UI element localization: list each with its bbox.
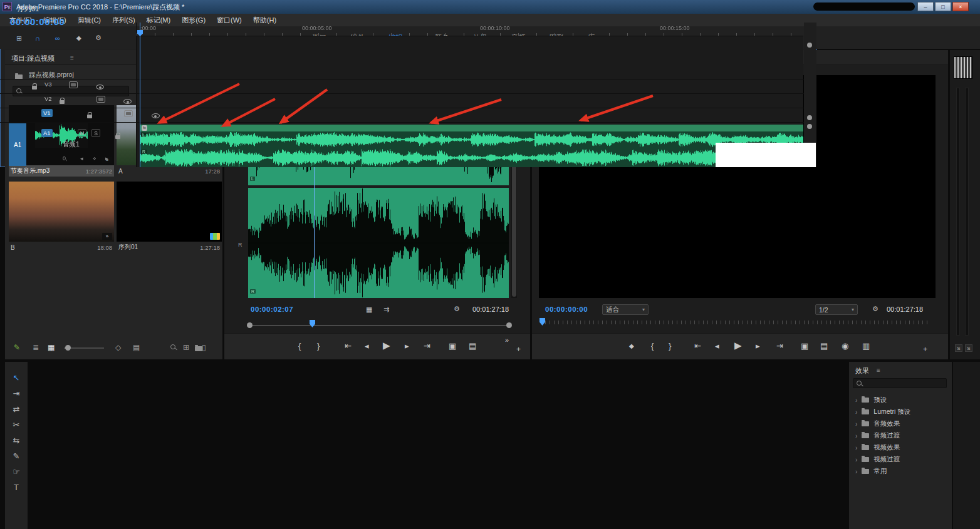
zoom-slider-handle[interactable] xyxy=(65,345,71,351)
program-mini-ruler[interactable] xyxy=(541,321,929,324)
mark-in-button[interactable]: { xyxy=(651,341,654,351)
scrub-right-handle[interactable] xyxy=(506,322,512,328)
project-file-name[interactable]: 踩点视频.prproj xyxy=(29,71,74,80)
effects-item-lumetri-presets[interactable]: › Lumetri 预设 xyxy=(849,406,952,418)
effects-item-audio-effects[interactable]: › 音频效果 xyxy=(849,418,952,429)
effects-item-video-transitions[interactable]: › 视频过渡 xyxy=(849,454,952,465)
timeline-playhead-line[interactable] xyxy=(140,23,140,167)
chevron-right-icon[interactable]: › xyxy=(855,421,857,428)
clip-waveform-right[interactable] xyxy=(140,148,803,167)
panel-menu-icon[interactable]: ≡ xyxy=(48,5,51,12)
chevron-right-icon[interactable]: › xyxy=(855,456,857,463)
goto-out-button[interactable]: ⇥ xyxy=(424,341,430,351)
effects-item-common[interactable]: › 常用 xyxy=(849,466,952,477)
solo-right-button[interactable]: S xyxy=(965,344,972,352)
clip-waveform-left[interactable] xyxy=(140,131,803,148)
source-scrub-bar[interactable] xyxy=(249,325,509,326)
add-marker-icon[interactable]: ◆ xyxy=(76,35,81,41)
linked-selection-icon[interactable]: ∞ xyxy=(55,35,60,42)
export-frame-button[interactable]: ◉ xyxy=(842,341,848,351)
project-tab[interactable]: 项目:踩点视频 xyxy=(11,54,55,63)
selection-tool[interactable]: ↖ xyxy=(5,373,28,383)
display-settings-icon[interactable]: ▦ xyxy=(366,306,372,313)
add-marker-button[interactable]: ◆ xyxy=(629,342,634,349)
tab-close-icon[interactable]: × xyxy=(8,4,11,11)
effects-search-input[interactable] xyxy=(853,378,947,388)
clip-fx-badge[interactable]: fx xyxy=(142,125,147,131)
pen-tool[interactable]: ✎ xyxy=(5,451,28,461)
step-forward-button[interactable]: ▸ xyxy=(756,341,760,351)
video-thumbnail-b[interactable]: » xyxy=(9,182,114,242)
lock-icon[interactable] xyxy=(32,86,37,90)
project-item-b[interactable]: » B 18:08 xyxy=(9,182,114,253)
keyframe-add-icon[interactable]: ⋄ xyxy=(93,155,96,162)
keyframe-prev-icon[interactable]: ◂ xyxy=(80,155,83,162)
goto-in-button[interactable]: ⇤ xyxy=(345,341,352,351)
track-v1-visibility-icon[interactable] xyxy=(152,113,160,118)
settings-wrench-icon[interactable]: ⚙ xyxy=(872,306,878,312)
lift-button[interactable]: ▣ xyxy=(801,341,808,351)
source-current-timecode[interactable]: 00:00:02:07 xyxy=(251,306,293,313)
track-v3-source-icon[interactable] xyxy=(69,81,78,88)
maximize-button[interactable]: □ xyxy=(935,2,951,11)
scrub-left-handle[interactable] xyxy=(247,322,253,328)
track-v3-label[interactable]: V3 xyxy=(43,80,54,88)
settings-wrench-icon[interactable]: ⚙ xyxy=(454,306,460,312)
chevron-right-icon[interactable]: › xyxy=(855,397,857,404)
fit-dropdown[interactable]: 适合 ▾ xyxy=(602,304,649,315)
lock-icon[interactable] xyxy=(60,100,65,104)
scroll-handle-dot[interactable] xyxy=(807,124,812,129)
track-v1-label[interactable]: V1 xyxy=(41,109,53,117)
close-button[interactable]: × xyxy=(952,2,969,11)
track-v2-label[interactable]: V2 xyxy=(43,95,54,103)
a1-source-indicator[interactable]: A1 xyxy=(9,123,26,166)
lock-icon[interactable] xyxy=(87,115,92,118)
timeline-settings-icon[interactable]: ⚙ xyxy=(95,34,102,41)
overwrite-button[interactable]: ▤ xyxy=(469,341,476,351)
solo-button[interactable]: S xyxy=(91,129,100,137)
track-v2-source-icon[interactable] xyxy=(96,96,105,103)
extract-button[interactable]: ▤ xyxy=(820,341,828,351)
snap-icon[interactable]: ∩ xyxy=(35,35,40,42)
clip-title-bar[interactable]: fx xyxy=(140,125,803,131)
timeline-ruler[interactable]: :00:00 00:00:05:00 00:00:10:00 00:00:15:… xyxy=(137,23,803,36)
chevron-right-icon[interactable]: › xyxy=(855,444,857,451)
panel-menu-icon[interactable]: ≡ xyxy=(70,54,74,61)
keyframe-next-icon[interactable]: ▸ xyxy=(105,155,108,162)
minimize-button[interactable]: – xyxy=(917,2,934,11)
chevron-right-icon[interactable]: › xyxy=(855,468,857,475)
find-button[interactable] xyxy=(170,344,177,351)
playback-resolution-dropdown[interactable]: 1/2 ▾ xyxy=(815,304,858,315)
goto-in-button[interactable]: ⇤ xyxy=(694,341,701,351)
effects-item-audio-transitions[interactable]: › 音频过渡 xyxy=(849,430,952,441)
razor-tool[interactable]: ✂ xyxy=(5,420,28,429)
track-select-tool[interactable]: ⇥ xyxy=(5,389,28,398)
play-button[interactable]: ▶ xyxy=(383,340,390,351)
list-view-button[interactable]: ≣ xyxy=(33,343,39,352)
select-zoom-icon[interactable]: ⇉ xyxy=(383,306,389,313)
audio-clip[interactable]: fx L R xyxy=(140,125,803,167)
effects-item-presets[interactable]: › 预设 xyxy=(849,394,952,406)
source-waveform-right[interactable] xyxy=(248,188,509,298)
slip-tool[interactable]: ⇆ xyxy=(5,436,28,445)
hand-tool[interactable]: ☞ xyxy=(5,467,28,476)
mark-in-button[interactable]: { xyxy=(298,341,301,351)
automate-to-sequence-button[interactable]: ◇ xyxy=(115,343,121,352)
mark-out-button[interactable]: } xyxy=(669,341,671,351)
step-back-button[interactable]: ◂ xyxy=(715,341,719,351)
scroll-handle-dot[interactable] xyxy=(807,115,812,120)
track-a1-label[interactable]: A1 xyxy=(41,129,53,137)
lock-icon[interactable] xyxy=(115,135,120,139)
mute-button[interactable]: M xyxy=(78,129,86,137)
transport-overflow-icon[interactable]: » xyxy=(505,336,509,344)
solo-left-button[interactable]: S xyxy=(955,344,962,352)
delete-button[interactable]: ▯ xyxy=(202,343,206,352)
track-v1-source-icon[interactable] xyxy=(124,110,133,117)
step-back-button[interactable]: ◂ xyxy=(365,341,369,351)
button-editor-plus[interactable]: + xyxy=(923,345,927,354)
scrub-playhead-marker[interactable] xyxy=(310,320,315,327)
play-button[interactable]: ▶ xyxy=(734,340,742,351)
mark-out-button[interactable]: } xyxy=(317,341,320,351)
comparison-view-button[interactable]: ▥ xyxy=(862,341,870,351)
icon-view-button[interactable]: ▦ xyxy=(48,343,55,352)
